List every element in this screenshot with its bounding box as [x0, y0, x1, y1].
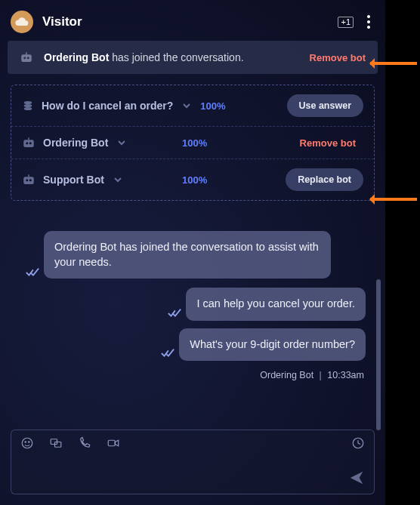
clock-icon[interactable]: [351, 436, 365, 450]
bot-icon: [20, 51, 33, 63]
svg-point-15: [22, 438, 32, 448]
chevron-down-icon: [117, 138, 126, 147]
svg-point-1: [23, 57, 26, 59]
svg-rect-11: [23, 177, 34, 184]
remove-bot-link[interactable]: Remove bot: [310, 52, 366, 63]
svg-point-17: [29, 442, 30, 443]
message-thread: Ordering Bot has joined the conversation…: [0, 201, 385, 422]
use-answer-button[interactable]: Use answer: [287, 94, 363, 117]
composer: [11, 430, 375, 494]
chevron-down-icon: [182, 101, 191, 110]
cloud-icon: [14, 17, 29, 26]
suggestion-row[interactable]: Ordering Bot 100% Remove bot: [11, 127, 374, 159]
message-bubble: I can help you cancel your order.: [186, 288, 366, 321]
send-button[interactable]: [348, 470, 365, 486]
remove-bot-suggestion-link[interactable]: Remove bot: [292, 133, 363, 153]
message-row: Ordering Bot has joined the conversation…: [26, 231, 370, 288]
suggestion-row[interactable]: Support Bot 100% Replace bot: [11, 159, 374, 200]
suggestion-row[interactable]: How do I cancel an order? 100% Use answe…: [11, 85, 374, 127]
svg-point-9: [29, 142, 32, 144]
bot-joined-text: Ordering Bot has joined the conversation…: [44, 51, 299, 63]
svg-point-6: [24, 107, 32, 110]
svg-point-8: [26, 142, 28, 144]
svg-point-16: [25, 442, 26, 443]
svg-rect-3: [26, 52, 27, 54]
annotation-arrow: [370, 198, 417, 201]
message-row: What's your 9-digit order number?: [15, 328, 366, 369]
emoji-icon[interactable]: [20, 436, 34, 450]
confidence-value: 100%: [182, 174, 227, 186]
svg-marker-21: [115, 440, 119, 446]
suggestions-box: How do I cancel an order? 100% Use answe…: [11, 85, 375, 201]
message-time: 10:33am: [327, 370, 364, 380]
chat-panel: Visitor +1 Ordering Bot has joined the c…: [0, 0, 385, 505]
read-receipt-icon: [26, 268, 39, 277]
canned-response-icon[interactable]: [49, 436, 63, 450]
svg-point-12: [26, 179, 28, 181]
svg-rect-20: [108, 440, 115, 446]
avatar: [11, 11, 33, 33]
message-row: I can help you cancel your order.: [15, 288, 366, 328]
composer-body: [11, 456, 374, 494]
composer-toolbar: [11, 430, 374, 456]
bot-name: Ordering Bot: [44, 51, 109, 63]
svg-rect-7: [23, 140, 34, 147]
read-receipt-icon: [161, 349, 174, 358]
svg-rect-14: [28, 174, 29, 177]
suggestion-label: Support Bot: [43, 174, 104, 186]
scrollbar[interactable]: [376, 279, 381, 430]
replace-bot-button[interactable]: Replace bot: [286, 168, 363, 191]
suggestion-label: How do I cancel an order?: [42, 100, 173, 112]
bot-icon: [22, 137, 36, 149]
message-bubble: Ordering Bot has joined the conversation…: [44, 231, 331, 279]
more-menu-button[interactable]: [363, 12, 375, 32]
svg-point-2: [27, 57, 29, 59]
read-receipt-icon: [168, 309, 181, 318]
confidence-value: 100%: [182, 137, 227, 149]
message-bubble: What's your 9-digit order number?: [179, 328, 366, 362]
message-input[interactable]: [11, 456, 374, 494]
chevron-down-icon: [113, 175, 122, 184]
svg-point-4: [24, 101, 32, 104]
svg-rect-0: [21, 54, 32, 62]
bot-joined-suffix: has joined the conversation.: [109, 51, 243, 63]
chat-header: Visitor +1: [0, 0, 385, 41]
phone-icon[interactable]: [78, 436, 91, 450]
svg-point-5: [24, 104, 32, 107]
stack-icon: [22, 100, 34, 112]
participant-count-badge[interactable]: +1: [338, 17, 354, 28]
video-icon[interactable]: [107, 436, 120, 450]
visitor-title: Visitor: [42, 14, 329, 29]
suggestion-label: Ordering Bot: [43, 137, 108, 149]
svg-point-13: [29, 179, 32, 181]
bot-icon: [22, 174, 36, 186]
confidence-value: 100%: [200, 100, 246, 112]
message-sender: Ordering Bot: [260, 370, 313, 380]
message-meta: Ordering Bot | 10:33am: [15, 370, 364, 380]
svg-rect-10: [28, 137, 29, 140]
bot-joined-banner: Ordering Bot has joined the conversation…: [8, 41, 378, 74]
annotation-arrow: [370, 62, 417, 65]
